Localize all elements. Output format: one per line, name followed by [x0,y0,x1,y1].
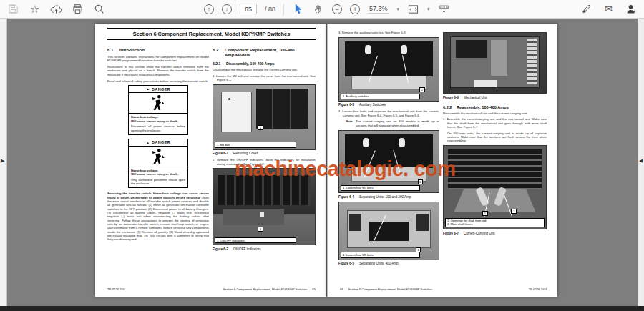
doc-number: TP-6226 7/04 [107,287,125,291]
danger-label: DANGER [152,140,170,144]
document-viewport[interactable]: ▶ ◀ Section 6 Component Replacement, Mod… [0,19,644,306]
danger-text: Disconnect all power sources before open… [131,124,185,132]
figure-label: Figure 6-7 [443,232,459,235]
danger-bold-line: Will cause severe injury or death. [131,119,185,123]
legend-text: 1. Auxiliary switches [343,94,369,98]
figure-6-3: 1 1. Auxiliary switches Figure 6-3 Auxil… [338,37,439,107]
paragraph: This section contains instructions for c… [107,55,209,63]
zoom-level-value[interactable]: 57.3% [368,5,389,14]
star-favorites-icon[interactable]: ☆ [29,3,41,15]
paragraph: Disassemble the mechanical unit and the … [213,68,316,71]
callout-marker: 1 [258,227,263,232]
photo-detail [363,138,369,147]
legend-text: 2. Main shaft levers [447,222,542,226]
figure-6-3-photo: 1 1. Auxiliary switches [338,37,439,102]
cloud-upload-icon[interactable] [50,3,62,15]
paragraph: Reassemble the mechanical unit and the c… [443,112,547,115]
danger-box-1: ▲ DANGER Hazardous voltage. Will cause s… [128,85,188,135]
note-label: Note: [346,119,353,127]
right-page-column-2: Figure 6-6 Mechanical Unit 6.2.2 Reassem… [443,31,547,282]
right-page-footer: 66 Section 6 Component Replacement, Mode… [340,287,547,291]
figure-caption: Figure 6-3 Auxiliary Switches [338,103,439,107]
photo-detail-switch-body [345,41,432,76]
save-icon[interactable] [7,3,19,15]
step-item: 3. Remove the auxiliary switches. See Fi… [338,31,439,34]
heading-6-1: 6.1 Introduction [107,48,209,53]
zoom-search-icon[interactable] [93,3,105,15]
left-page-footer: TP-6226 7/04 Section 6 Component Replace… [107,287,316,291]
scroll-mode-icon[interactable] [438,3,450,15]
select-arrow-icon[interactable] [292,3,304,15]
figure-6-7: 1 2 1. Openings for shaft from rod 2. Ma… [443,145,547,235]
legend-text: 1. M4 bolt [217,143,230,147]
danger-text: Only authorized personnel should open th… [131,178,185,186]
figure-legend: 1. M4 bolt [215,142,296,147]
next-page-icon[interactable]: ↓ [222,4,232,14]
sign-pen-icon[interactable] [580,3,592,15]
fit-dropdown-caret-icon[interactable]: ▾ [427,6,430,12]
figure-legend: 1. ON/OFF indicators [215,237,296,243]
figure-caption: Figure 6-2 ON/OFF Indicators [213,247,316,251]
danger-body: Hazardous voltage. Will cause severe inj… [129,167,187,188]
header-rule-bottom [107,39,316,40]
zoom-out-icon[interactable]: − [332,4,342,14]
photo-detail-aux-switch [401,45,407,54]
photo-detail-component [456,40,487,58]
hand-tool-icon[interactable] [312,3,324,15]
figure-legend: 1. Loosen four M5 bolts [341,252,420,257]
previous-page-icon[interactable]: ↑ [204,4,214,14]
figure-6-5: 1 1. Loosen four M5 bolts Figure 6-5 Sep… [338,202,439,266]
safety-text: Open the main circuit breakers of all tr… [107,196,209,242]
step-item: 1. Loosen the M4 bolt and remove the cov… [213,74,316,82]
photo-detail-bracket [416,214,429,231]
paragraph: Illustrations in this section show the t… [107,65,209,76]
electrocution-hazard-icon [129,93,187,114]
figure-6-6: Figure 6-6 Mechanical Unit [443,32,547,99]
warning-icon: ▲ [146,141,150,144]
watermark-text: machinecatalogic. com [235,157,456,181]
figure-caption: Figure 6-1 Removing Cover [213,152,316,155]
photo-detail-base-panel [351,76,427,89]
heading-number: 6.2 [213,48,222,58]
zoom-in-icon[interactable]: + [350,4,360,14]
viewer-toolbar: ☆ ↑ ↓ / 88 − + 57.3% ▾ ▾ [0,0,644,19]
section-title: Section 6 Component Replacement, Model K… [107,29,316,39]
mail-icon[interactable]: ✉ [602,3,615,15]
photo-detail [399,138,405,147]
warning-icon: ▲ [146,87,150,91]
danger-header: ▲ DANGER [129,139,187,147]
heading-number: 6.2.2 [443,105,454,109]
figure-6-5-photo: 1 1. Loosen four M5 bolts [338,202,439,260]
bottom-scroll-band[interactable] [0,306,644,311]
zoom-dropdown-caret-icon[interactable]: ▾ [397,6,400,12]
step-item: 1. Assemble the current-carrying unit an… [443,117,547,129]
legend-text: 1. Loosen four M5 bolts [343,186,374,189]
figure-6-1: 1 1. M4 bolt Figure 6-1 Removing Cover [213,84,316,156]
fit-page-icon[interactable] [407,3,419,15]
account-icon[interactable] [625,3,637,15]
heading-6-2-1: 6.2.1 Disassembly, 100-400 Amps [213,61,316,66]
right-page-column-1: 3. Remove the auxiliary switches. See Fi… [338,31,439,282]
figure-label: Figure 6-4 [338,195,354,199]
heading-6-2-2: 6.2.2 Reassembly, 100-400 Amps [443,105,547,109]
right-panel-expander[interactable]: ◀ [639,158,643,164]
callout-marker: 1 [258,125,263,130]
heading-title: Component Replacement, 100-400 Amp Model… [225,48,302,58]
figure-caption: Figure 6-4 Separating Units, 100 and 200… [338,195,439,199]
left-panel-expander[interactable]: ▶ [1,158,4,164]
callout-marker: 1 [419,87,424,92]
electrocution-hazard-icon [129,147,187,167]
page-number-input[interactable] [240,4,257,14]
footer-page-number: 65 [312,287,316,291]
callout-marker: 2 [511,209,516,214]
safety-paragraph: Servicing the transfer switch. Hazardous… [107,192,209,241]
figure-caption: Figure 6-7 Current-Carrying Unit [443,232,547,235]
footer-section-title: Section 6 Component Replacement, Model K… [223,287,308,291]
paragraph: On 400-amp units, the current-carrying u… [447,132,547,143]
photo-detail-indicator [260,212,264,217]
figure-caption-text: Separating Units, 400 Amp [359,262,399,265]
figure-legend: 1. Auxiliary switches [341,94,420,99]
figure-label: Figure 6-3 [338,103,354,107]
photo-detail-component [491,40,507,76]
printer-icon[interactable] [72,3,84,15]
